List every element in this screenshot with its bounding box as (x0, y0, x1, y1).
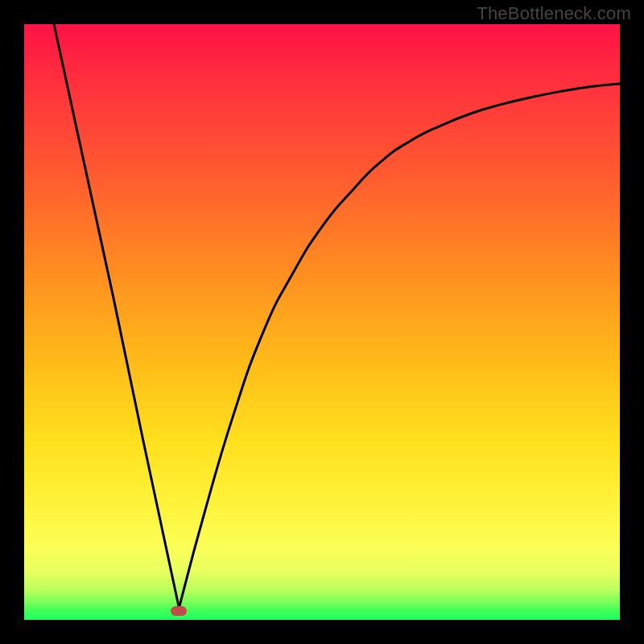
chart-svg (24, 24, 620, 620)
chart-frame: TheBottleneck.com (0, 0, 644, 644)
plot-area (24, 24, 620, 620)
watermark-text: TheBottleneck.com (477, 3, 631, 24)
right-branch-line (179, 84, 620, 608)
minimum-marker (171, 606, 187, 616)
left-branch-line (54, 24, 179, 608)
